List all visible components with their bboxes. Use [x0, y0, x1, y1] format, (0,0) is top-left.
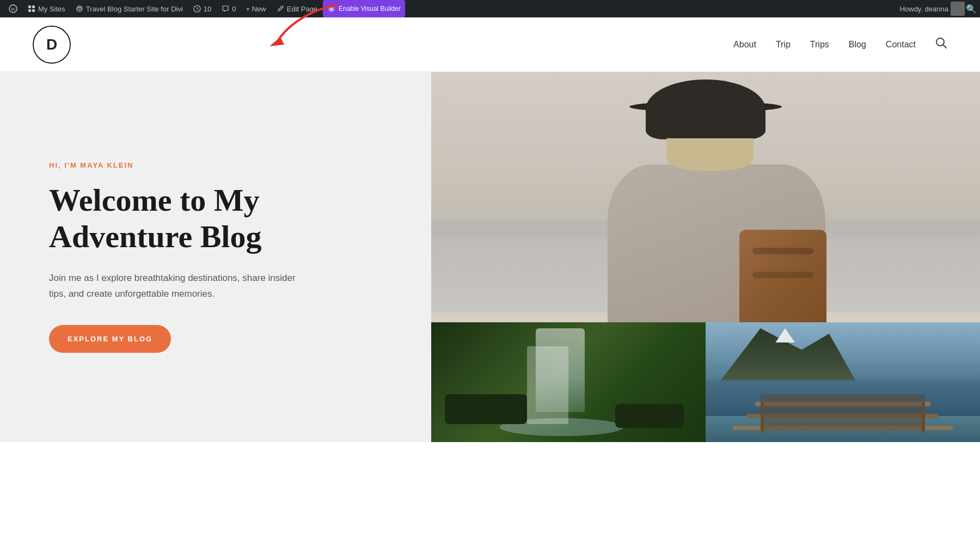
divi-icon: D — [75, 4, 84, 13]
nav-blog[interactable]: Blog — [849, 40, 866, 50]
updates-icon — [193, 4, 201, 13]
hero-description: Join me as I explore breathtaking destin… — [49, 271, 310, 302]
nav-trip[interactable]: Trip — [776, 40, 791, 50]
updates-count: 10 — [204, 5, 211, 13]
hero-section: HI, I'M MAYA KLEIN Welcome to My Adventu… — [0, 72, 980, 442]
svg-rect-5 — [32, 9, 35, 12]
wp-logo-item[interactable]: W — [4, 0, 22, 17]
water-reflection — [706, 380, 980, 416]
howdy-text: Howdy, deanna — [900, 5, 948, 13]
hero-left-panel: HI, I'M MAYA KLEIN Welcome to My Adventu… — [0, 72, 431, 442]
site-nav: About Trip Trips Blog Contact — [733, 37, 947, 52]
waterfall-photo — [431, 322, 706, 442]
site-logo[interactable]: D — [33, 26, 71, 64]
new-label: + New — [246, 5, 266, 13]
comments-item[interactable]: 0 — [217, 0, 240, 17]
explore-blog-button[interactable]: EXPLORE MY BLOG — [49, 325, 171, 353]
svg-rect-3 — [32, 5, 35, 8]
svg-text:D: D — [330, 7, 333, 12]
sites-icon — [27, 4, 36, 13]
dock-board1 — [733, 426, 952, 430]
svg-text:W: W — [11, 7, 16, 12]
svg-rect-2 — [28, 5, 31, 8]
comments-count: 0 — [232, 5, 236, 13]
hero-tagline: HI, I'M MAYA KLEIN — [49, 161, 382, 169]
svg-line-13 — [943, 45, 946, 48]
hair — [666, 138, 754, 171]
updates-item[interactable]: 10 — [188, 0, 216, 17]
avatar[interactable] — [951, 2, 965, 16]
admin-search-icon[interactable]: 🔍 — [967, 4, 976, 13]
comments-icon — [221, 4, 230, 13]
lake-photo — [706, 322, 980, 442]
rock-left — [445, 394, 527, 424]
hero-title-line1: Welcome to My — [49, 182, 260, 218]
wp-icon: W — [9, 4, 17, 13]
dock-board2 — [747, 414, 939, 418]
my-sites-item[interactable]: My Sites — [23, 0, 70, 17]
dock-post-right — [922, 402, 925, 432]
enable-visual-builder-item[interactable]: D Enable Visual Builder — [323, 0, 405, 17]
site-name-item[interactable]: D Travel Blog Starter Site for Divi — [71, 0, 187, 17]
new-item[interactable]: + New — [242, 0, 271, 17]
admin-bar-right: Howdy, deanna 🔍 — [900, 2, 976, 16]
backpack-strap — [752, 248, 813, 254]
edit-page-label: Edit Page — [287, 5, 317, 13]
nav-search-icon[interactable] — [935, 37, 947, 52]
hero-title-line2: Adventure Blog — [49, 219, 261, 254]
dock-post-left — [761, 402, 764, 432]
divi-vb-icon: D — [327, 4, 336, 13]
nav-trips[interactable]: Trips — [810, 40, 829, 50]
hat-crown — [646, 79, 765, 139]
hero-title: Welcome to My Adventure Blog — [49, 182, 382, 255]
edit-page-item[interactable]: Edit Page — [272, 0, 322, 17]
enable-vb-label: Enable Visual Builder — [339, 5, 401, 13]
my-sites-label: My Sites — [38, 5, 65, 13]
logo-letter: D — [46, 36, 57, 53]
site-header: D About Trip Trips Blog Contact — [0, 17, 980, 72]
dock-board3 — [755, 402, 931, 406]
nav-contact[interactable]: Contact — [886, 40, 916, 50]
waterfall-stream — [536, 328, 585, 412]
nav-about[interactable]: About — [733, 40, 756, 50]
rock-right — [615, 404, 684, 428]
svg-rect-4 — [28, 9, 31, 12]
admin-bar: W My Sites D Travel Blog Starter Site fo… — [0, 0, 980, 17]
site-name-label: Travel Blog Starter Site for Divi — [86, 5, 183, 13]
backpack-pocket — [752, 272, 813, 278]
bottom-photo-panels — [431, 322, 980, 442]
svg-text:D: D — [78, 7, 81, 12]
pencil-icon — [276, 4, 285, 13]
